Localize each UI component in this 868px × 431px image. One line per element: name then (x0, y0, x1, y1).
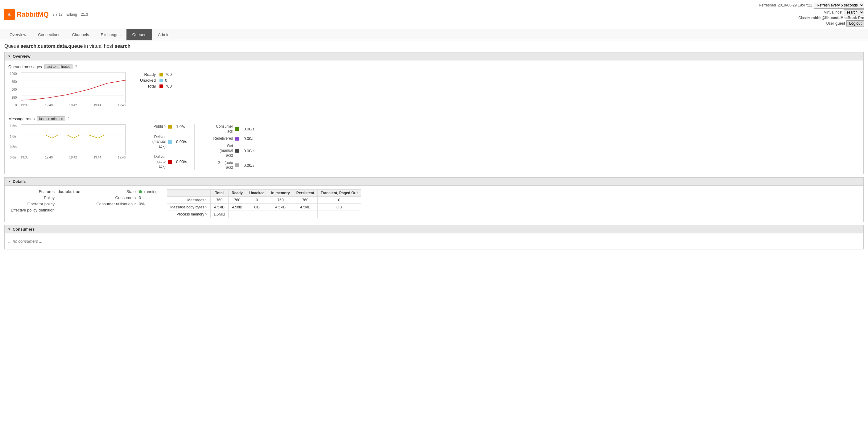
publish-value: 1.0/s (176, 124, 185, 129)
nav-item-queues[interactable]: Queues (126, 29, 152, 40)
queued-messages-period-badge[interactable]: last ten minutes (44, 64, 72, 69)
no-consumers-text: ... no consumers ... (8, 237, 860, 245)
unacked-stat-row: Unacked 0 (135, 78, 172, 82)
top-right: Refreshed 2019-08-29 19:47:21 Refresh ev… (759, 2, 864, 27)
details-table-col: Total Ready Unacked In memory Persistent… (167, 189, 361, 218)
messages-help-icon[interactable]: ? (205, 198, 207, 202)
details-content: Features durable: true Policy Operator p… (8, 189, 860, 218)
process-memory-label: Process memory ? (167, 210, 211, 218)
running-dot-icon (139, 190, 142, 193)
queued-messages-chart (21, 72, 126, 103)
col-header-persistent: Persistent (293, 189, 317, 196)
rates-left-col: Publish 1.0/s Deliver(manualack) 0.00/s … (135, 124, 187, 170)
cluster-label: Cluster (798, 16, 810, 20)
redelivered-color-icon (235, 137, 239, 141)
queued-messages-chart-row: 1000 750 500 250 0 (8, 72, 860, 113)
overview-section: ▼ Overview Queued messages last ten minu… (4, 52, 864, 174)
col-header-in-memory: In memory (268, 189, 293, 196)
process-memory-help-icon[interactable]: ? (205, 212, 207, 216)
details-arrow-icon: ▼ (8, 180, 11, 183)
col-header-unacked: Unacked (246, 189, 268, 196)
consumer-ack-label: Consumerack (202, 124, 233, 134)
operator-policy-label: Operator policy (8, 202, 58, 206)
rates-right-col: Consumerack 0.00/s Redelivered 0.00/s Ge… (202, 124, 254, 170)
deliver-manual-color-icon (168, 140, 172, 144)
queued-messages-chart-wrapper: 1000 750 500 250 0 (21, 72, 126, 107)
messages-transient: 0 (317, 196, 361, 203)
consumer-ack-rate-row: Consumerack 0.00/s (202, 124, 254, 134)
refresh-select[interactable]: Refresh every 5 seconds (814, 2, 864, 9)
overview-section-header[interactable]: ▼ Overview (4, 52, 864, 60)
get-manual-rate-row: Get(manualack) 0.00/s (202, 144, 254, 158)
consumers-section-header[interactable]: ▼ Consumers (4, 225, 864, 233)
state-label: State (89, 189, 139, 194)
state-text: running (144, 189, 158, 194)
nav-item-admin[interactable]: Admin (152, 29, 175, 40)
logout-button[interactable]: Log out (846, 20, 864, 27)
message-rates-chart (21, 124, 126, 155)
get-auto-label: Get (autoack) (202, 161, 233, 170)
details-section-header[interactable]: ▼ Details (4, 177, 864, 186)
queued-messages-stats: Ready 760 Unacked 0 Total 760 (135, 72, 172, 90)
messages-ready: 760 (228, 196, 246, 203)
overview-section-body: Queued messages last ten minutes ? 1000 … (4, 60, 864, 174)
message-body-bytes-ready: 4.5kiB (228, 203, 246, 210)
message-rates-period-badge[interactable]: last ten minutes (37, 116, 65, 121)
overview-section-title: Overview (13, 54, 31, 59)
consumers-section: ▼ Consumers ... no consumers ... (4, 225, 864, 250)
page-title-middle: in virtual host (84, 43, 113, 49)
process-memory-in-memory (268, 210, 293, 218)
publish-rate-row: Publish 1.0/s (135, 124, 187, 129)
nav-item-overview[interactable]: Overview (4, 29, 32, 40)
rates-divider (194, 124, 195, 170)
queued-messages-help-icon[interactable]: ? (75, 65, 77, 68)
effective-policy-row: Effective policy definition (8, 208, 80, 212)
publish-color-icon (168, 125, 172, 129)
logo-mq: MQ (38, 10, 49, 18)
consumers-row: Consumers 0 (89, 195, 158, 200)
message-body-bytes-help-icon[interactable]: ? (205, 205, 207, 209)
message-rates-help-icon[interactable]: ? (67, 117, 69, 121)
consumer-utilisation-help-icon[interactable]: ? (134, 202, 136, 206)
nav-item-exchanges[interactable]: Exchanges (95, 29, 126, 40)
version-info: 3.7.17 Erlang 21.3 (53, 12, 88, 16)
redelivered-rate-row: Redelivered 0.00/s (202, 136, 254, 141)
message-body-bytes-total: 4.5kiB (210, 203, 228, 210)
get-manual-label: Get(manualack) (202, 144, 233, 158)
unacked-value: 0 (165, 78, 167, 82)
refreshed-time: 2019-08-29 19:47:21 (778, 3, 812, 7)
policy-label: Policy (8, 195, 58, 200)
get-manual-value: 0.00/s (243, 148, 254, 153)
messages-total: 760 (210, 196, 228, 203)
col-header-transient: Transient, Paged Out (317, 189, 361, 196)
page-content: Queue search.custom.data.queue in virtua… (0, 40, 868, 256)
effective-policy-label: Effective policy definition (8, 208, 58, 212)
process-memory-transient (317, 210, 361, 218)
logo-area: 🐇 RabbitMQ 3.7.17 Erlang 21.3 (4, 9, 88, 20)
consumers-count-label: Consumers (89, 195, 139, 200)
consumer-utilisation-value: 0% (139, 202, 145, 206)
process-memory-row: Process memory ? 1.5MiB (167, 210, 361, 218)
message-body-bytes-transient: 0iB (317, 203, 361, 210)
state-value: running (139, 189, 158, 194)
message-rates-chart-wrapper: 1.5/s 1.0/s 0.5/s 0.0/s (21, 124, 126, 159)
deliver-manual-label: Deliver(manualack) (135, 135, 166, 149)
ready-color-icon (159, 73, 163, 76)
ready-label: Ready (135, 72, 159, 77)
nav-item-channels[interactable]: Channels (66, 29, 95, 40)
user-value: guest (835, 21, 845, 26)
overview-arrow-icon: ▼ (8, 55, 11, 58)
logo-brand: Rabbit (17, 10, 38, 18)
deliver-auto-value: 0.00/s (176, 159, 187, 164)
messages-row-label: Messages ? (167, 196, 211, 203)
process-memory-unacked (246, 210, 268, 218)
publish-label: Publish (135, 124, 166, 129)
message-body-bytes-in-memory: 4.5kiB (268, 203, 293, 210)
vhost-select[interactable]: search (844, 9, 864, 15)
queued-messages-y-labels: 1000 750 500 250 0 (10, 72, 17, 107)
state-row: State running (89, 189, 158, 194)
nav-item-connections[interactable]: Connections (32, 29, 66, 40)
operator-policy-row: Operator policy (8, 202, 80, 206)
refreshed-label: Refreshed (759, 3, 776, 7)
deliver-auto-label: Deliver(autoack) (135, 155, 166, 169)
